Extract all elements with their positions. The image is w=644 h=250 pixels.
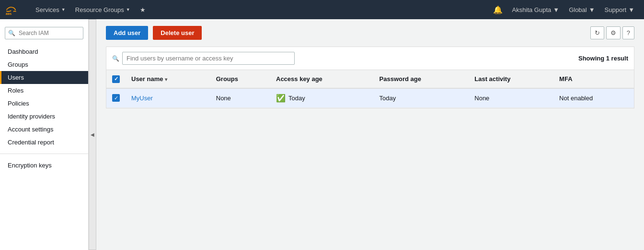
aws-logo[interactable]: aws [6,3,24,16]
notifications-icon[interactable]: 🔔 [489,3,506,16]
services-caret-icon: ▼ [61,7,66,12]
settings-button[interactable]: ⚙ [606,26,621,39]
nav-global-menu[interactable]: Global ▼ [565,4,598,15]
user-link[interactable]: MyUser [131,95,153,102]
sidebar-item-credential-report[interactable]: Credential report [0,136,88,149]
row-mfa-cell: Not enabled [553,88,634,108]
global-caret-icon: ▼ [589,6,595,13]
sidebar-search-input[interactable] [5,27,83,39]
users-table-area: 🔍 Showing 1 result ✓ User name ▾ [106,47,634,108]
col-header-password-age: Password age [374,70,469,88]
row-last-activity-cell: None [469,88,553,108]
sidebar-search-container: 🔍 [5,27,83,39]
access-key-ok-icon: ✅ [276,94,286,103]
table-search-bar: 🔍 Showing 1 result [106,47,634,70]
top-navbar: aws Services ▼ Resource Groups ▼ ★ 🔔 Aks… [0,0,644,19]
sidebar-item-dashboard[interactable]: Dashboard [0,45,88,58]
add-user-button[interactable]: Add user [106,26,148,40]
sidebar-item-identity-providers[interactable]: Identity providers [0,110,88,123]
table-header-checkbox[interactable]: ✓ [106,70,126,88]
col-header-last-activity: Last activity [469,70,553,88]
help-button[interactable]: ? [622,26,634,39]
col-header-username[interactable]: User name ▾ [126,70,210,88]
table-search-input[interactable] [122,52,295,65]
col-header-mfa: MFA [553,70,634,88]
sidebar-toggle[interactable]: ◀ [89,19,96,250]
nav-favorites-icon[interactable]: ★ [136,4,150,15]
delete-user-button[interactable]: Delete user [153,26,202,40]
sidebar-item-account-settings[interactable]: Account settings [0,123,88,136]
refresh-button[interactable]: ↻ [590,26,604,39]
resource-groups-caret-icon: ▼ [126,7,130,12]
header-checkbox-icon[interactable]: ✓ [112,75,120,83]
nav-services[interactable]: Services ▼ [32,4,69,15]
sidebar-item-encryption-keys[interactable]: Encryption keys [0,159,88,172]
nav-resource-groups[interactable]: Resource Groups ▼ [71,4,134,15]
username-sort-icon: ▾ [165,77,167,82]
sidebar-item-roles[interactable]: Roles [0,84,88,97]
table-row: ✓ MyUser None ✅ Today Today [106,88,634,108]
row-username-cell: MyUser [126,88,210,108]
svg-text:aws: aws [6,12,12,15]
sidebar-divider [0,154,88,154]
row-access-key-age-cell: ✅ Today [270,88,374,108]
sidebar-item-policies[interactable]: Policies [0,97,88,110]
col-header-groups: Groups [210,70,270,88]
result-count: Showing 1 result [578,55,628,62]
nav-user-menu[interactable]: Akshita Gupta ▼ [508,4,564,15]
nav-support-menu[interactable]: Support ▼ [601,4,638,15]
row-password-age-cell: Today [374,88,469,108]
users-table: ✓ User name ▾ Groups Access key age Pass… [106,70,634,108]
row-checkbox-cell[interactable]: ✓ [106,88,126,108]
table-search-icon: 🔍 [112,55,119,62]
sidebar: 🔍 Dashboard Groups Users Roles Policies … [0,19,89,250]
access-key-age-value: Today [288,95,305,102]
row-groups-cell: None [210,88,270,108]
support-caret-icon: ▼ [628,6,634,13]
sidebar-item-users[interactable]: Users [0,71,88,84]
main-content: Add user Delete user ↻ ⚙ ? 🔍 Showing 1 r… [96,19,644,250]
col-header-access-key-age: Access key age [270,70,374,88]
user-caret-icon: ▼ [553,6,559,13]
toolbar: Add user Delete user ↻ ⚙ ? [96,19,644,47]
row-checkbox-icon[interactable]: ✓ [112,94,120,102]
sidebar-item-groups[interactable]: Groups [0,58,88,71]
sidebar-search-icon: 🔍 [8,30,15,36]
page-layout: 🔍 Dashboard Groups Users Roles Policies … [0,19,644,250]
